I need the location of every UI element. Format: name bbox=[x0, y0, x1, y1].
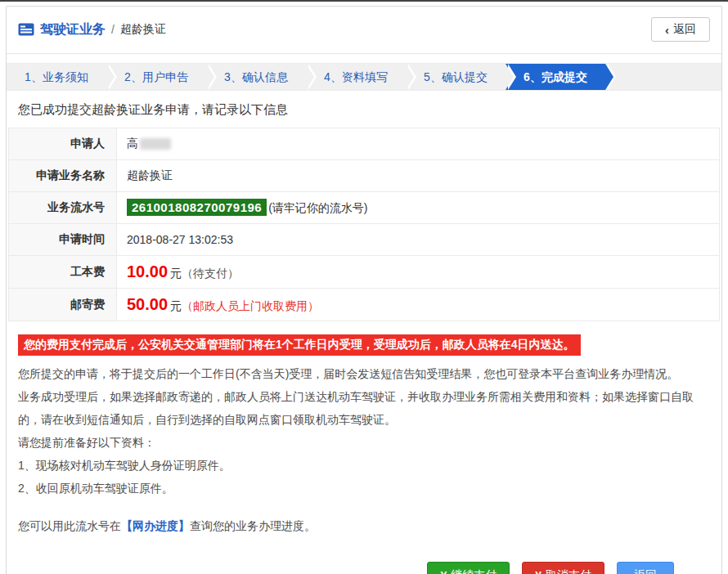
table-row-production-fee: 工本费 10.00元（待支付） bbox=[9, 256, 720, 289]
table-row-applicant: 申请人 高 bbox=[9, 128, 720, 160]
action-buttons: ¥ 继续支付 ¥ 取消支付 返回 bbox=[7, 537, 721, 574]
step-4-fill-materials[interactable]: 4、资料填写 bbox=[306, 64, 406, 90]
notice-paragraph: 请您提前准备好以下资料： bbox=[18, 431, 710, 454]
fee-unit: 元 bbox=[170, 267, 182, 280]
step-2-user-declaration[interactable]: 2、用户申告 bbox=[106, 64, 206, 90]
row-value-cell: 261001808270079196(请牢记你的流水号) bbox=[117, 192, 720, 224]
step-label: 2、用户申告 bbox=[124, 70, 188, 83]
step-label: 6、完成提交 bbox=[524, 70, 587, 83]
notice-section: 您的费用支付完成后，公安机关交通管理部门将在1个工作日内受理，受理成功后，邮政人… bbox=[7, 321, 721, 537]
postage-fee-amount: 50.00 bbox=[127, 295, 168, 313]
row-label: 邮寄费 bbox=[9, 289, 117, 321]
page-title: 驾驶证业务 / 超龄换证 bbox=[18, 21, 166, 38]
serial-note: (请牢记你的流水号) bbox=[268, 201, 367, 214]
step-label: 3、确认信息 bbox=[224, 70, 288, 83]
apply-time: 2018-08-27 13:02:53 bbox=[127, 233, 233, 246]
step-6-complete-submit[interactable]: 6、完成提交 bbox=[506, 64, 605, 90]
bottom-back-button[interactable]: 返回 bbox=[617, 562, 674, 574]
chevron-left-icon: ‹ bbox=[665, 24, 669, 36]
row-value-cell: 2018-08-27 13:02:53 bbox=[117, 224, 720, 256]
header: 驾驶证业务 / 超龄换证 ‹ 返回 bbox=[7, 7, 721, 54]
progress-query-line: 您可以用此流水号在【网办进度】查询您的业务办理进度。 bbox=[18, 514, 710, 537]
steps-filler bbox=[605, 64, 721, 90]
row-value-cell: 50.00元（邮政人员上门收取费用） bbox=[117, 289, 720, 321]
row-value-cell: 超龄换证 bbox=[117, 160, 720, 192]
page-container: 驾驶证业务 / 超龄换证 ‹ 返回 1、业务须知 2、用户申告 3、确认信息 4… bbox=[6, 6, 722, 574]
steps-bar: 1、业务须知 2、用户申告 3、确认信息 4、资料填写 5、确认提交 6、完成提… bbox=[7, 63, 721, 91]
step-5-confirm-submit[interactable]: 5、确认提交 bbox=[406, 64, 506, 90]
bottom-back-label: 返回 bbox=[634, 568, 657, 574]
redacted-name-blur bbox=[140, 138, 171, 150]
row-label: 工本费 bbox=[9, 256, 117, 289]
postage-fee-note: （邮政人员上门收取费用） bbox=[182, 299, 319, 312]
fee-unit: 元 bbox=[170, 299, 182, 312]
table-row-serial-number: 业务流水号 261001808270079196(请牢记你的流水号) bbox=[9, 192, 720, 224]
yen-icon: ¥ bbox=[535, 569, 542, 574]
continue-pay-button[interactable]: ¥ 继续支付 bbox=[427, 562, 510, 574]
row-label: 业务流水号 bbox=[9, 192, 117, 224]
title-primary: 驾驶证业务 bbox=[40, 21, 106, 38]
back-button-label: 返回 bbox=[673, 22, 696, 37]
progress-link[interactable]: 【网办进度】 bbox=[121, 519, 190, 532]
notice-list-item: 2、收回原机动车驾驶证原件。 bbox=[18, 477, 710, 500]
notice-paragraph: 您所提交的申请，将于提交后的一个工作日(不含当天)受理，届时会发送短信告知受理结… bbox=[18, 362, 710, 385]
step-label: 5、确认提交 bbox=[424, 70, 488, 83]
notice-list-item: 1、现场核对机动车驾驶人身份证明原件。 bbox=[18, 454, 710, 477]
success-message: 您已成功提交超龄换证业务申请，请记录以下信息 bbox=[7, 91, 721, 126]
back-button[interactable]: ‹ 返回 bbox=[651, 17, 710, 42]
info-table: 申请人 高 申请业务名称 超龄换证 业务流水号 2610018082700791… bbox=[8, 128, 720, 321]
notice-paragraph: 业务成功受理后，如果选择邮政寄递的，邮政人员将上门送达机动车驾驶证，并收取办理业… bbox=[18, 385, 710, 431]
table-row-postage-fee: 邮寄费 50.00元（邮政人员上门收取费用） bbox=[9, 289, 720, 321]
step-label: 1、业务须知 bbox=[25, 70, 88, 83]
row-label: 申请业务名称 bbox=[9, 160, 117, 192]
title-secondary: 超龄换证 bbox=[120, 22, 166, 37]
top-border-line bbox=[0, 0, 728, 2]
applicant-name: 高 bbox=[127, 137, 138, 150]
step-1-business-notice[interactable]: 1、业务须知 bbox=[7, 64, 106, 90]
row-label: 申请时间 bbox=[9, 224, 117, 256]
yen-icon: ¥ bbox=[440, 569, 447, 574]
table-row-business-name: 申请业务名称 超龄换证 bbox=[9, 160, 720, 192]
production-fee-note: （待支付） bbox=[182, 267, 239, 280]
table-row-apply-time: 申请时间 2018-08-27 13:02:53 bbox=[9, 224, 720, 256]
row-value-cell: 高 bbox=[117, 128, 720, 160]
row-value-cell: 10.00元（待支付） bbox=[117, 256, 720, 289]
progress-suffix: 查询您的业务办理进度。 bbox=[190, 519, 316, 532]
progress-prefix: 您可以用此流水号在 bbox=[18, 519, 121, 532]
step-3-confirm-info[interactable]: 3、确认信息 bbox=[206, 64, 306, 90]
row-label: 申请人 bbox=[9, 128, 117, 160]
business-name: 超龄换证 bbox=[127, 168, 173, 182]
cancel-pay-button[interactable]: ¥ 取消支付 bbox=[522, 562, 604, 574]
payment-warning-banner: 您的费用支付完成后，公安机关交通管理部门将在1个工作日内受理，受理成功后，邮政人… bbox=[18, 334, 581, 356]
continue-pay-label: 继续支付 bbox=[451, 568, 497, 574]
cancel-pay-label: 取消支付 bbox=[546, 568, 591, 574]
title-separator: / bbox=[111, 23, 115, 36]
serial-number-badge: 261001808270079196 bbox=[127, 199, 267, 216]
production-fee-amount: 10.00 bbox=[127, 262, 168, 280]
license-card-icon bbox=[18, 23, 34, 36]
step-label: 4、资料填写 bbox=[324, 70, 388, 83]
